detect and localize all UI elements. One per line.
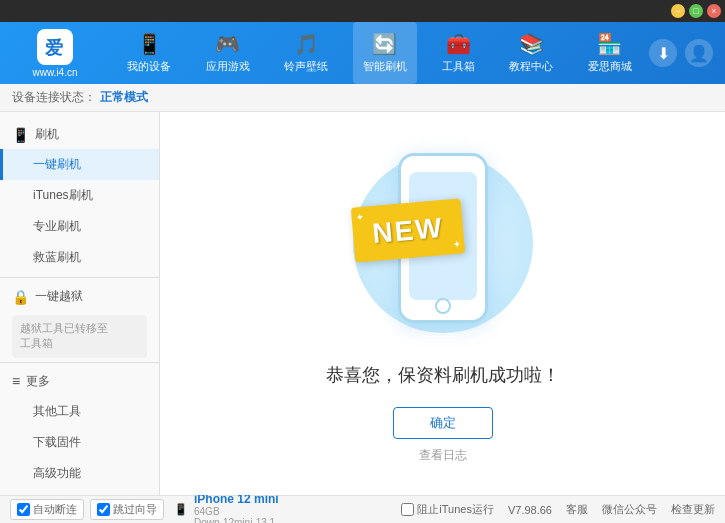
locked-label: 一键越狱 — [35, 288, 83, 305]
sidebar-note-text: 越狱工具已转移至工具箱 — [20, 322, 108, 349]
star-right-icon: ✦ — [451, 239, 460, 251]
maximize-button[interactable]: □ — [689, 4, 703, 18]
nav-apps-games[interactable]: 🎮 应用游戏 — [196, 22, 260, 84]
status-bar: 设备连接状态： 正常模式 — [0, 84, 725, 112]
auto-disconnect-checkbox[interactable] — [17, 503, 30, 516]
nav-tutorial-label: 教程中心 — [509, 59, 553, 74]
sidebar-note: 越狱工具已转移至工具箱 — [12, 315, 147, 358]
skip-wizard-checkbox[interactable] — [97, 503, 110, 516]
auto-disconnect-label[interactable]: 自动断连 — [10, 499, 84, 520]
nav-apps-games-label: 应用游戏 — [206, 59, 250, 74]
nav-ringtones[interactable]: 🎵 铃声壁纸 — [274, 22, 338, 84]
itunes-checkbox[interactable] — [401, 503, 414, 516]
more-section-title: 更多 — [26, 373, 50, 390]
device-model: Down-12mini-13.1 — [194, 517, 279, 524]
sidebar-section-flash: 📱 刷机 — [0, 120, 159, 149]
star-left-icon: ✦ — [355, 211, 364, 223]
bottom-right: 阻止iTunes运行 V7.98.66 客服 微信公众号 检查更新 — [401, 502, 715, 517]
bottom-left: 自动断连 跳过向导 📱 iPhone 12 mini 64GB Down-12m… — [10, 492, 279, 524]
itunes-label: 阻止iTunes运行 — [417, 502, 494, 517]
smart-shop-icon: 🔄 — [372, 32, 397, 56]
download-button[interactable]: ⬇ — [649, 39, 677, 67]
itunes-block: 阻止iTunes运行 — [401, 502, 494, 517]
nav-my-device-label: 我的设备 — [127, 59, 171, 74]
flash-section-icon: 📱 — [12, 127, 29, 143]
lock-icon: 🔒 — [12, 289, 29, 305]
rescue-flash-label: 救蓝刷机 — [33, 250, 81, 264]
sidebar-more-section: ≡ 更多 — [0, 367, 159, 396]
update-link[interactable]: 检查更新 — [671, 502, 715, 517]
sidebar-divider-2 — [0, 362, 159, 363]
review-log-link[interactable]: 查看日志 — [419, 447, 467, 464]
advanced-label: 高级功能 — [33, 466, 81, 480]
content-area: ✦ NEW ✦ 恭喜您，保资料刷机成功啦！ 确定 查看日志 — [160, 112, 725, 495]
header: 爱 www.i4.cn 📱 我的设备 🎮 应用游戏 🎵 铃声壁纸 🔄 智能刷机 … — [0, 22, 725, 84]
sidebar-divider-1 — [0, 277, 159, 278]
sidebar-item-one-key-flash[interactable]: 一键刷机 — [0, 149, 159, 180]
tutorial-icon: 📚 — [519, 32, 544, 56]
phone-small-icon: 📱 — [174, 503, 188, 516]
status-value: 正常模式 — [100, 89, 148, 106]
sidebar-item-other-tools[interactable]: 其他工具 — [0, 396, 159, 427]
logo-url: www.i4.cn — [32, 67, 77, 78]
title-bar: − □ × — [0, 0, 725, 22]
svg-text:爱: 爱 — [45, 38, 63, 58]
download-firmware-label: 下载固件 — [33, 435, 81, 449]
new-badge: ✦ NEW ✦ — [350, 198, 464, 262]
bottom-bar: 自动断连 跳过向导 📱 iPhone 12 mini 64GB Down-12m… — [0, 495, 725, 523]
pro-flash-label: 专业刷机 — [33, 219, 81, 233]
my-device-icon: 📱 — [137, 32, 162, 56]
sidebar: 📱 刷机 一键刷机 iTunes刷机 专业刷机 救蓝刷机 🔒 一键越狱 越狱工具… — [0, 112, 160, 495]
think-store-icon: 🏪 — [597, 32, 622, 56]
skip-wizard-text: 跳过向导 — [113, 502, 157, 517]
more-icon: ≡ — [12, 373, 20, 389]
nav-toolbox-label: 工具箱 — [442, 59, 475, 74]
apps-games-icon: 🎮 — [215, 32, 240, 56]
itunes-flash-label: iTunes刷机 — [33, 188, 93, 202]
nav-tutorial[interactable]: 📚 教程中心 — [499, 22, 563, 84]
version-label: V7.98.66 — [508, 504, 552, 516]
nav-my-device[interactable]: 📱 我的设备 — [117, 22, 181, 84]
confirm-button-label: 确定 — [430, 414, 456, 432]
toolbox-icon: 🧰 — [446, 32, 471, 56]
confirm-button[interactable]: 确定 — [393, 407, 493, 439]
skip-wizard-label[interactable]: 跳过向导 — [90, 499, 164, 520]
logo-icon: 爱 — [37, 29, 73, 65]
sidebar-locked-section: 🔒 一键越狱 — [0, 282, 159, 311]
minimize-button[interactable]: − — [671, 4, 685, 18]
nav-ringtones-label: 铃声壁纸 — [284, 59, 328, 74]
one-key-flash-label: 一键刷机 — [33, 157, 81, 171]
nav-toolbox[interactable]: 🧰 工具箱 — [432, 22, 485, 84]
success-title: 恭喜您，保资料刷机成功啦！ — [326, 363, 560, 387]
sidebar-item-rescue-flash[interactable]: 救蓝刷机 — [0, 242, 159, 273]
phone-button — [435, 298, 451, 314]
nav-think-store-label: 爱思商城 — [588, 59, 632, 74]
sidebar-item-advanced[interactable]: 高级功能 — [0, 458, 159, 489]
nav-smart-shop-label: 智能刷机 — [363, 59, 407, 74]
logo-area: 爱 www.i4.cn — [0, 29, 110, 78]
nav-think-store[interactable]: 🏪 爱思商城 — [578, 22, 642, 84]
device-info: 📱 iPhone 12 mini 64GB Down-12mini-13.1 — [174, 492, 279, 524]
new-badge-text: NEW — [371, 211, 445, 249]
main-area: 📱 刷机 一键刷机 iTunes刷机 专业刷机 救蓝刷机 🔒 一键越狱 越狱工具… — [0, 112, 725, 495]
auto-disconnect-text: 自动断连 — [33, 502, 77, 517]
wechat-link[interactable]: 微信公众号 — [602, 502, 657, 517]
support-link[interactable]: 客服 — [566, 502, 588, 517]
ringtones-icon: 🎵 — [294, 32, 319, 56]
close-button[interactable]: × — [707, 4, 721, 18]
sidebar-item-download-firmware[interactable]: 下载固件 — [0, 427, 159, 458]
sidebar-item-itunes-flash[interactable]: iTunes刷机 — [0, 180, 159, 211]
status-label: 设备连接状态： — [12, 89, 96, 106]
device-storage: 64GB — [194, 506, 279, 517]
sidebar-item-pro-flash[interactable]: 专业刷机 — [0, 211, 159, 242]
phone-illustration: ✦ NEW ✦ — [343, 143, 543, 343]
nav-bar: 📱 我的设备 🎮 应用游戏 🎵 铃声壁纸 🔄 智能刷机 🧰 工具箱 📚 教程中心… — [110, 22, 649, 84]
header-right: ⬇ 👤 — [649, 39, 725, 67]
other-tools-label: 其他工具 — [33, 404, 81, 418]
flash-section-title: 刷机 — [35, 126, 59, 143]
user-button[interactable]: 👤 — [685, 39, 713, 67]
nav-smart-shop[interactable]: 🔄 智能刷机 — [353, 22, 417, 84]
